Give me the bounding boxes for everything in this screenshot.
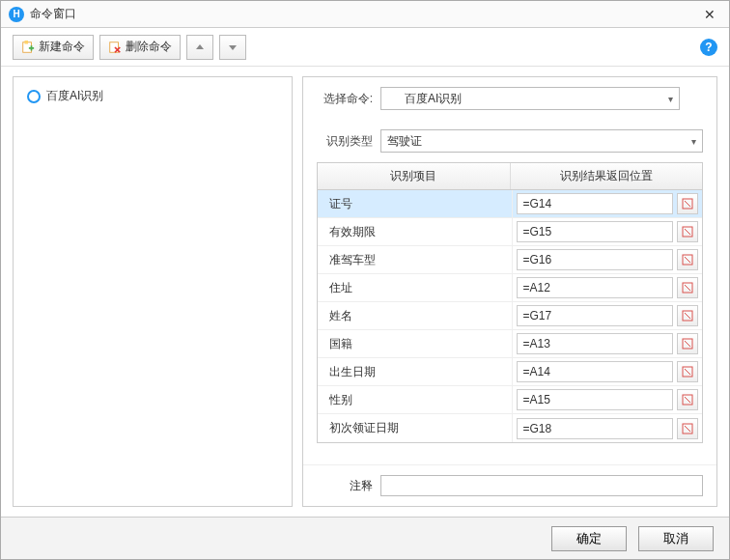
delete-command-label: 删除命令 (126, 39, 172, 55)
cell-ref-button[interactable] (677, 221, 698, 242)
cell-item: 出生日期 (318, 358, 513, 385)
cell-item: 住址 (318, 274, 513, 301)
table-row[interactable]: 初次领证日期=G18 (318, 414, 702, 442)
position-input[interactable]: =G17 (517, 305, 674, 326)
position-input[interactable]: =G18 (517, 418, 674, 439)
cell-ref-button[interactable] (677, 277, 698, 298)
cell-item: 姓名 (318, 302, 513, 329)
cell-ref-button[interactable] (677, 418, 698, 439)
table-row[interactable]: 有效期限=G15 (318, 218, 702, 246)
cell-ref-button[interactable] (677, 249, 698, 270)
delete-icon (108, 41, 122, 54)
recog-type-dropdown[interactable]: 驾驶证 ▾ (380, 129, 703, 153)
move-down-button[interactable] (219, 35, 246, 60)
position-input[interactable]: =G14 (517, 193, 674, 214)
svg-rect-1 (25, 41, 29, 44)
cell-ref-icon (682, 198, 693, 210)
cell-position: =A14 (513, 358, 703, 385)
chevron-down-icon: ▾ (691, 136, 696, 147)
cell-ref-icon (682, 338, 693, 350)
table-row[interactable]: 性别=A15 (318, 386, 702, 414)
cell-item: 初次领证日期 (318, 414, 513, 442)
cell-item: 国籍 (318, 330, 513, 357)
cell-ref-icon (682, 310, 693, 322)
cell-position: =A15 (513, 386, 703, 413)
table-row[interactable]: 出生日期=A14 (318, 358, 702, 386)
ai-icon (387, 93, 399, 104)
cell-ref-icon (682, 282, 693, 294)
cell-ref-button[interactable] (677, 333, 698, 354)
table-body: 证号=G14有效期限=G15准驾车型=G16住址=A12姓名=G17国籍=A13… (318, 190, 702, 442)
th-item: 识别项目 (318, 163, 511, 189)
footer: 确定 取消 (1, 517, 729, 559)
cell-ref-icon (682, 423, 693, 434)
position-input[interactable]: =A14 (517, 361, 674, 382)
move-up-button[interactable] (186, 35, 213, 60)
note-input[interactable] (380, 475, 703, 496)
command-window: H 命令窗口 ✕ 新建命令 删除命令 ? 百度AI识别 (0, 0, 730, 560)
help-button[interactable]: ? (700, 39, 717, 56)
titlebar: H 命令窗口 ✕ (1, 1, 729, 28)
position-input[interactable]: =A12 (517, 277, 674, 298)
position-input[interactable]: =A13 (517, 333, 674, 354)
cell-ref-icon (682, 254, 693, 266)
note-row: 注释 (303, 464, 716, 506)
cell-ref-icon (682, 394, 693, 406)
table-row[interactable]: 姓名=G17 (318, 302, 702, 330)
arrow-up-icon (195, 42, 205, 52)
note-label: 注释 (317, 478, 373, 494)
ai-icon (27, 90, 41, 103)
th-position: 识别结果返回位置 (511, 163, 703, 189)
form-panel: 选择命令: 百度AI识别 ▾ 识别类型 驾驶证 ▾ 识别项目 (302, 76, 717, 507)
cell-ref-button[interactable] (677, 305, 698, 326)
select-command-value: 百度AI识别 (405, 91, 462, 107)
cell-ref-button[interactable] (677, 389, 698, 410)
cell-ref-button[interactable] (677, 361, 698, 382)
recog-type-label: 识别类型 (317, 133, 373, 150)
cancel-button[interactable]: 取消 (638, 526, 714, 551)
position-input[interactable]: =A15 (517, 389, 674, 410)
body: 百度AI识别 选择命令: 百度AI识别 ▾ 识别类型 驾驶证 ▾ (1, 67, 729, 517)
cell-item: 准驾车型 (318, 246, 513, 273)
close-button[interactable]: ✕ (698, 7, 721, 22)
window-title: 命令窗口 (30, 6, 698, 22)
select-command-dropdown[interactable]: 百度AI识别 ▾ (380, 87, 680, 110)
table-header: 识别项目 识别结果返回位置 (318, 163, 702, 190)
new-icon (21, 41, 35, 54)
cell-ref-button[interactable] (677, 193, 698, 214)
delete-command-button[interactable]: 删除命令 (99, 35, 181, 60)
recog-type-value: 驾驶证 (387, 133, 422, 150)
position-input[interactable]: =G15 (517, 221, 674, 242)
position-input[interactable]: =G16 (517, 249, 674, 270)
cell-position: =A13 (513, 330, 703, 357)
table-row[interactable]: 国籍=A13 (318, 330, 702, 358)
chevron-down-icon: ▾ (668, 94, 673, 104)
select-command-label: 选择命令: (317, 91, 373, 107)
command-tree: 百度AI识别 (13, 76, 293, 507)
cell-position: =G14 (513, 190, 703, 217)
tree-item-label: 百度AI识别 (46, 88, 103, 104)
new-command-button[interactable]: 新建命令 (13, 35, 94, 60)
cell-item: 证号 (318, 190, 513, 217)
cell-ref-icon (682, 226, 693, 238)
tree-item-baidu-ai[interactable]: 百度AI识别 (21, 85, 284, 107)
cell-item: 有效期限 (318, 218, 513, 245)
cell-ref-icon (682, 366, 693, 378)
cell-position: =G18 (513, 414, 703, 442)
cell-position: =G15 (513, 218, 703, 245)
arrow-down-icon (228, 42, 238, 52)
select-command-row: 选择命令: 百度AI识别 ▾ (303, 77, 716, 120)
cell-position: =A12 (513, 274, 703, 301)
cell-position: =G16 (513, 246, 703, 273)
table-row[interactable]: 住址=A12 (318, 274, 702, 302)
cell-position: =G17 (513, 302, 703, 329)
recognition-table: 识别项目 识别结果返回位置 证号=G14有效期限=G15准驾车型=G16住址=A… (317, 162, 703, 443)
ok-button[interactable]: 确定 (551, 526, 627, 551)
toolbar: 新建命令 删除命令 ? (1, 28, 729, 67)
cell-item: 性别 (318, 386, 513, 413)
recog-type-row: 识别类型 驾驶证 ▾ (303, 120, 716, 162)
table-row[interactable]: 准驾车型=G16 (318, 246, 702, 274)
app-icon: H (9, 7, 24, 22)
new-command-label: 新建命令 (39, 39, 85, 55)
table-row[interactable]: 证号=G14 (318, 190, 702, 218)
